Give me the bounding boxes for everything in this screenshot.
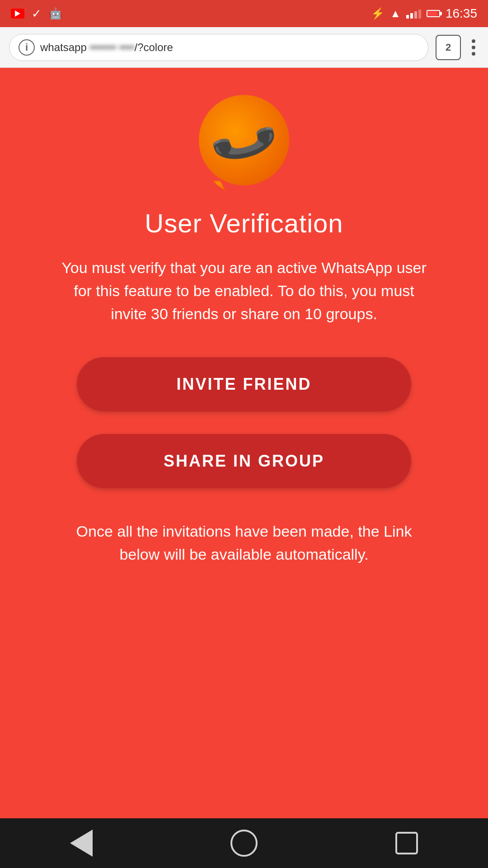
status-bar-left: ✓ 🤖 bbox=[11, 8, 62, 19]
share-in-group-button[interactable]: SHARE IN GROUP bbox=[77, 434, 411, 488]
url-text: whatsapp ••••••• ••••/?colore bbox=[40, 41, 173, 54]
logo-container: 📞 bbox=[199, 95, 289, 185]
menu-dot-3 bbox=[472, 52, 475, 56]
home-button[interactable] bbox=[226, 825, 262, 861]
status-time: 16:35 bbox=[446, 6, 477, 21]
footer-text: Once all the invitations have been made,… bbox=[59, 520, 429, 566]
youtube-icon bbox=[11, 9, 24, 19]
wifi-icon: ▲ bbox=[390, 7, 401, 20]
recents-icon bbox=[395, 832, 418, 854]
main-content: 📞 User Verification You must verify that… bbox=[0, 68, 488, 818]
browser-bar: i whatsapp ••••••• ••••/?colore 2 bbox=[0, 27, 488, 68]
info-icon: i bbox=[19, 39, 35, 56]
check-icon: ✓ bbox=[32, 8, 42, 19]
android-icon: 🤖 bbox=[49, 8, 62, 19]
home-icon bbox=[230, 830, 258, 857]
menu-dot-2 bbox=[472, 46, 475, 49]
status-bar: ✓ 🤖 ⚡ ▲ 16:35 bbox=[0, 0, 488, 27]
back-icon bbox=[70, 830, 93, 857]
tabs-button[interactable]: 2 bbox=[436, 35, 461, 60]
status-bar-right: ⚡ ▲ 16:35 bbox=[371, 6, 477, 21]
signal-icon bbox=[406, 9, 421, 19]
recents-button[interactable] bbox=[389, 825, 425, 861]
battery-icon bbox=[427, 10, 440, 17]
back-button[interactable] bbox=[63, 825, 99, 861]
nav-bar bbox=[0, 818, 488, 868]
phone-icon: 📞 bbox=[208, 106, 280, 174]
menu-dot-1 bbox=[472, 39, 475, 43]
url-bar[interactable]: i whatsapp ••••••• ••••/?colore bbox=[9, 34, 428, 61]
bluetooth-icon: ⚡ bbox=[371, 7, 385, 20]
whatsapp-logo: 📞 bbox=[199, 95, 289, 185]
invite-friend-button[interactable]: INVITE FRIEND bbox=[77, 357, 411, 411]
description-text: You must verify that you are an active W… bbox=[59, 256, 429, 326]
url-blurred: ••••••• •••• bbox=[89, 41, 134, 54]
page-title: User Verification bbox=[145, 208, 343, 238]
menu-button[interactable] bbox=[468, 36, 479, 59]
